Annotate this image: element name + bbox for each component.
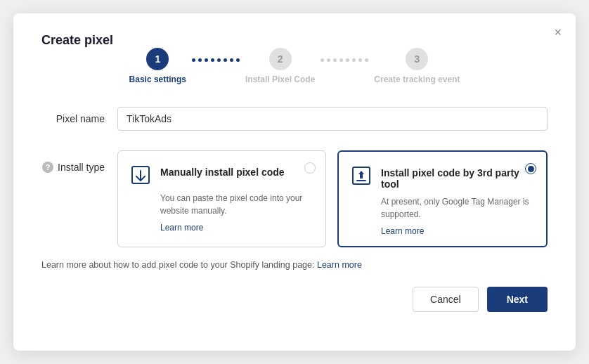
cancel-button[interactable]: Cancel [413, 287, 479, 312]
third-party-install-icon [350, 164, 373, 187]
manual-card-desc: You can paste the pixel code into your w… [129, 192, 314, 217]
next-button[interactable]: Next [487, 287, 548, 312]
step-1-circle: 1 [146, 48, 169, 70]
third-party-install-card[interactable]: Install pixel code by 3rd party tool At … [337, 150, 548, 247]
step-3-circle: 3 [406, 48, 428, 70]
step-2-label: Install Pixel Code [245, 74, 315, 84]
install-type-cards: Manually install pixel code You can past… [117, 150, 548, 247]
manual-radio[interactable] [304, 162, 316, 174]
install-type-row: ? Install type Manually install pixel co… [41, 150, 548, 247]
manual-learn-more-link[interactable]: Learn more [129, 223, 314, 233]
pixel-name-row: Pixel name [41, 107, 548, 131]
pixel-name-label: Pixel name [41, 113, 105, 124]
step-2-circle: 2 [269, 48, 292, 70]
third-party-radio[interactable] [525, 163, 536, 174]
pixel-name-input[interactable] [117, 107, 548, 131]
step-3-label: Create tracking event [374, 74, 460, 84]
step-2-3-connector [319, 58, 370, 62]
install-type-label: Install type [58, 162, 105, 173]
step-3: 3 Create tracking event [374, 48, 460, 84]
actions-bar: Cancel Next [41, 287, 548, 312]
step-2: 2 Install Pixel Code [245, 48, 315, 84]
create-pixel-modal: Create pixel × 1 Basic settings 2 Instal… [13, 13, 576, 351]
footer-learn-more-link[interactable]: Learn more [317, 260, 362, 270]
manual-install-card[interactable]: Manually install pixel code You can past… [117, 150, 326, 247]
step-1-2-connector [190, 58, 241, 62]
third-party-card-top: Install pixel code by 3rd party tool [350, 164, 535, 190]
install-type-label-wrap: ? Install type [41, 150, 105, 173]
footer-info: Learn more about how to add pixel code t… [41, 260, 548, 270]
third-party-learn-more-link[interactable]: Learn more [350, 226, 535, 236]
modal-title: Create pixel [41, 33, 113, 47]
third-party-card-desc: At present, only Google Tag Manager is s… [350, 195, 535, 221]
step-1: 1 Basic settings [129, 48, 186, 84]
step-1-label: Basic settings [129, 74, 186, 84]
third-party-card-title: Install pixel code by 3rd party tool [381, 167, 535, 190]
stepper: 1 Basic settings 2 Install Pixel Code 3 … [41, 48, 548, 84]
manual-card-top: Manually install pixel code [129, 164, 314, 186]
close-button[interactable]: × [554, 26, 562, 39]
manual-install-icon [129, 164, 152, 186]
manual-card-title: Manually install pixel code [160, 167, 285, 178]
install-type-help-icon[interactable]: ? [42, 162, 53, 173]
